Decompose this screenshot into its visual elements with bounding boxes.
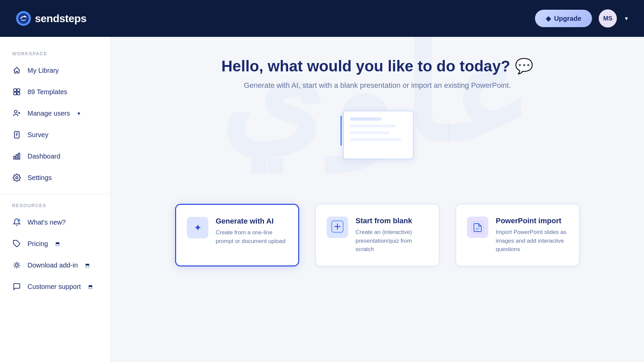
survey-icon [12, 130, 21, 139]
svg-rect-2 [14, 89, 16, 92]
sidebar-item-download-addin[interactable]: Download add-in ⬒ [0, 254, 110, 276]
hero-subtitle: Generate with AI, start with a blank pre… [221, 81, 533, 90]
slide-line-2 [350, 125, 395, 127]
start-blank-card-desc: Create an (interactive) presentation/qui… [356, 228, 428, 254]
generate-ai-card-icon-wrap: ✦ [187, 217, 208, 238]
support-icon [12, 282, 21, 291]
hero-title-text: Hello, what would you like to do today? [221, 57, 510, 75]
pricing-icon [12, 239, 21, 248]
download-addin-label: Download add-in [28, 261, 78, 269]
powerpoint-import-card-body: PowerPoint import Import PowerPoint slid… [496, 217, 568, 254]
main-content: عاوي Hello, what would you like to do to… [111, 37, 644, 362]
templates-icon [12, 87, 21, 97]
svg-rect-8 [14, 156, 15, 159]
account-chevron-icon[interactable]: ▾ [625, 15, 628, 22]
pricing-external-icon: ⬒ [55, 241, 60, 246]
svg-rect-9 [16, 155, 17, 159]
app-name: sendsteps [35, 12, 87, 25]
svg-point-0 [18, 13, 29, 24]
svg-rect-5 [17, 92, 20, 95]
powerpoint-import-icon [471, 221, 484, 234]
generate-ai-card-title: Generate with AI [216, 217, 287, 226]
slide-illustration [340, 111, 414, 163]
pricing-label: Pricing [28, 240, 48, 248]
dashboard-label: Dashboard [28, 153, 60, 160]
main-layout: WORKSPACE My Library 89 Templates Manage… [0, 37, 644, 362]
sidebar-item-pricing[interactable]: Pricing ⬒ [0, 233, 110, 254]
generate-ai-icon: ✦ [194, 222, 202, 233]
svg-rect-3 [17, 89, 20, 92]
generate-ai-card-body: Generate with AI Create from a one-line … [216, 217, 287, 245]
svg-point-11 [16, 177, 18, 179]
settings-icon [12, 173, 21, 182]
logo-area: sendsteps [16, 11, 87, 26]
generate-ai-card[interactable]: ✦ Generate with AI Create from a one-lin… [175, 204, 299, 266]
svg-point-14 [15, 264, 18, 266]
sidebar-item-survey[interactable]: Survey [0, 124, 110, 145]
survey-label: Survey [28, 131, 48, 139]
dashboard-icon [12, 152, 21, 161]
customer-support-label: Customer support [28, 283, 81, 291]
sidebar-item-my-library[interactable]: My Library [0, 60, 110, 81]
svg-point-6 [14, 110, 17, 113]
start-blank-card-title: Start from blank [356, 217, 428, 225]
nav-right: ◆ Upgrade MS ▾ [535, 9, 628, 27]
start-blank-card-body: Start from blank Create an (interactive)… [356, 217, 428, 254]
slide-line-1 [350, 117, 381, 121]
sidebar: WORKSPACE My Library 89 Templates Manage… [0, 37, 111, 362]
slide-preview [340, 111, 414, 163]
start-blank-card-icon-wrap [327, 217, 348, 238]
svg-point-1 [24, 16, 26, 17]
diamond-icon: ◆ [546, 14, 551, 22]
avatar-initials: MS [603, 15, 612, 22]
upgrade-button[interactable]: ◆ Upgrade [535, 10, 592, 27]
my-library-label: My Library [28, 67, 59, 74]
sidebar-divider [0, 194, 110, 194]
sidebar-item-templates[interactable]: 89 Templates [0, 81, 110, 103]
upgrade-label: Upgrade [554, 15, 581, 22]
slide-card [343, 111, 414, 159]
sidebar-item-dashboard[interactable]: Dashboard [0, 145, 110, 167]
sidebar-item-whats-new[interactable]: What's new? [0, 212, 110, 233]
slide-accent-bar [340, 116, 342, 146]
powerpoint-import-card-title: PowerPoint import [496, 217, 568, 225]
speech-bubble-icon: 💬 [515, 57, 533, 75]
hero-section: Hello, what would you like to do today? … [221, 57, 533, 90]
powerpoint-import-card[interactable]: PowerPoint import Import PowerPoint slid… [455, 204, 580, 266]
bell-icon [12, 218, 21, 227]
logo-icon [16, 11, 31, 26]
svg-rect-10 [18, 153, 20, 159]
powerpoint-import-card-desc: Import PowerPoint slides as images and a… [496, 228, 568, 254]
cards-section: ✦ Generate with AI Create from a one-lin… [175, 204, 580, 266]
manage-users-icon [12, 109, 21, 118]
generate-ai-card-desc: Create from a one-line prompt or documen… [216, 228, 287, 245]
download-icon [12, 260, 21, 270]
powerpoint-import-card-icon-wrap [467, 217, 488, 238]
support-external-icon: ⬒ [88, 284, 93, 289]
svg-rect-4 [14, 92, 16, 95]
avatar-button[interactable]: MS [599, 9, 617, 27]
start-blank-card[interactable]: Start from blank Create an (interactive)… [315, 204, 439, 266]
sidebar-item-manage-users[interactable]: Manage users ▾ [0, 103, 110, 124]
whats-new-label: What's new? [28, 219, 66, 226]
sidebar-item-customer-support[interactable]: Customer support ⬒ [0, 276, 110, 297]
svg-point-12 [18, 219, 20, 221]
download-external-icon: ⬒ [85, 262, 90, 268]
sidebar-item-settings[interactable]: Settings [0, 167, 110, 188]
top-navigation: sendsteps ◆ Upgrade MS ▾ [0, 0, 644, 37]
slide-line-3 [350, 131, 390, 134]
manage-users-chevron-icon: ▾ [77, 110, 80, 117]
hero-title: Hello, what would you like to do today? … [221, 57, 533, 75]
settings-label: Settings [28, 174, 52, 182]
slide-line-4 [350, 138, 401, 141]
templates-label: 89 Templates [28, 88, 67, 96]
workspace-section-label: WORKSPACE [0, 51, 110, 56]
resources-section-label: RESOURCES [0, 203, 110, 208]
manage-users-label: Manage users [28, 110, 70, 117]
home-icon [12, 66, 21, 75]
start-blank-icon [331, 221, 343, 234]
